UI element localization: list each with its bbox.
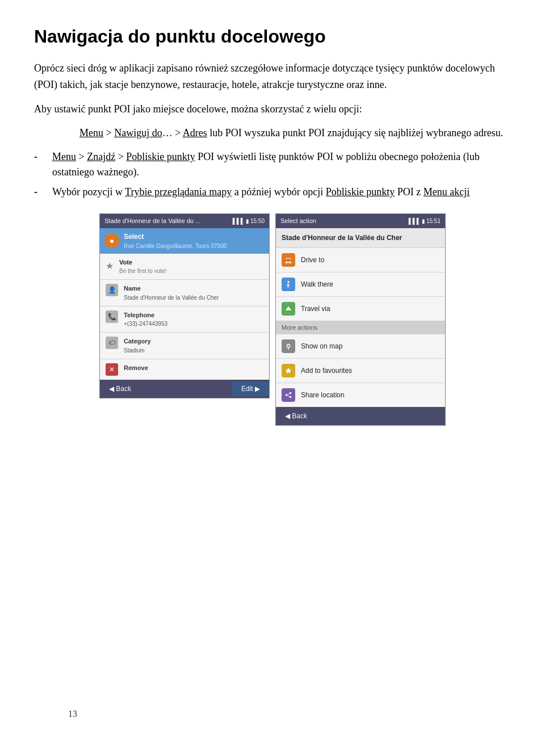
bullet-item-2: - Wybór pozycji w Trybie przeglądania ma… <box>34 184 511 200</box>
svg-point-6 <box>290 392 292 394</box>
page-title: Nawigacja do punktu docelowego <box>34 23 511 50</box>
battery-icon-r: ▮ <box>422 217 425 225</box>
menu-link: Menu <box>79 127 103 138</box>
bullet-text-2: Wybór pozycji w Trybie przeglądania mapy… <box>52 184 469 200</box>
left-phone-title: Stade d'Honneur de la Vallée du ... <box>104 216 233 226</box>
indent-block: Menu > Nawiguj do… > Adres lub POI wyszu… <box>79 125 511 141</box>
add-to-favourites-row[interactable]: Add to favourites <box>276 359 445 383</box>
share-location-label: Share location <box>301 390 345 400</box>
svg-line-10 <box>287 396 290 397</box>
person-icon: 👤 <box>106 284 118 296</box>
left-phone-header: Stade d'Honneur de la Vallée du ... ▌▌▌ … <box>100 214 269 228</box>
right-phone-header: Select action ▌▌▌ ▮ 15:51 <box>276 214 445 228</box>
vote-label: Vote <box>119 258 166 267</box>
svg-point-8 <box>290 396 292 398</box>
venue-title-row: Stade d'Honneur de la Vallée du Cher <box>276 228 445 248</box>
poi-remove-row[interactable]: ✕ Remove <box>100 359 269 380</box>
poi-remove-content: Remove <box>124 363 148 373</box>
svg-point-7 <box>286 394 288 396</box>
vote-value: Be the first to vote! <box>119 267 166 275</box>
back-button-left[interactable]: ◀ Back <box>100 381 140 396</box>
edit-button[interactable]: Edit ▶ <box>232 381 269 396</box>
share-icon <box>282 388 295 402</box>
right-phone-screen: Select action ▌▌▌ ▮ 15:51 Stade d'Honneu… <box>275 213 446 426</box>
right-phone-status: ▌▌▌ ▮ 15:51 <box>409 217 441 225</box>
indent-text: Menu > Nawiguj do… > Adres lub POI wyszu… <box>79 125 511 141</box>
walk-there-row[interactable]: Walk there <box>276 272 445 297</box>
poi-selected-row: ● Select Rue Camille Danguilliaume, Tour… <box>100 228 269 254</box>
poi-selected-text: Select Rue Camille Danguilliaume, Tours … <box>124 232 227 250</box>
favourites-icon <box>282 364 295 377</box>
paragraph1: Aby ustawić punkt POI jako miejsce docel… <box>34 101 511 117</box>
right-phone-title: Select action <box>280 216 409 226</box>
walk-there-label: Walk there <box>301 279 333 289</box>
vote-text: Vote Be the first to vote! <box>119 258 166 276</box>
left-phone-screen: Stade d'Honneur de la Vallée du ... ▌▌▌ … <box>99 213 270 398</box>
svg-point-0 <box>286 262 288 263</box>
phone-value: +(33)-247443953 <box>124 320 167 328</box>
svg-point-2 <box>287 281 290 283</box>
share-location-row[interactable]: Share location <box>276 383 445 407</box>
bullet-list: - Menu > Znajdź > Pobliskie punkty POI w… <box>34 149 511 200</box>
bullet-item-1: - Menu > Znajdź > Pobliskie punkty POI w… <box>34 149 511 180</box>
poi-name-content: Name Stade d'Honneur de la Vallée du Che… <box>124 284 219 302</box>
page-number: 13 <box>68 707 77 721</box>
nawiguj-link: Nawiguj do <box>114 127 162 138</box>
add-favourites-label: Add to favourites <box>301 366 352 376</box>
svg-point-1 <box>290 262 291 263</box>
poi-vote-row: ★ Vote Be the first to vote! <box>100 254 269 280</box>
poi-name-row: 👤 Name Stade d'Honneur de la Vallée du C… <box>100 280 269 306</box>
bullet-text-1: Menu > Znajdź > Pobliskie punkty POI wyś… <box>52 149 511 180</box>
intro-paragraph: Oprócz sieci dróg w aplikacji zapisano r… <box>34 60 511 93</box>
show-on-map-label: Show on map <box>301 341 342 351</box>
map-icon <box>282 339 295 353</box>
poi-category-content: Category Stadium <box>124 337 151 355</box>
travel-via-row[interactable]: Travel via <box>276 297 445 321</box>
walk-icon <box>282 278 295 291</box>
category-value: Stadium <box>124 346 151 355</box>
venue-title: Stade d'Honneur de la Vallée du Cher <box>282 234 402 242</box>
poi-selected-title: Select <box>124 232 227 242</box>
svg-marker-5 <box>286 368 292 374</box>
phone-icon: 📞 <box>106 310 118 323</box>
back-button-right[interactable]: ◀ Back <box>276 409 316 423</box>
drive-to-label: Drive to <box>301 255 324 265</box>
adres-link: Adres <box>183 127 207 138</box>
right-phone-footer: ◀ Back <box>276 407 445 425</box>
poi-phone-row: 📞 Telephone +(33)-247443953 <box>100 306 269 333</box>
poi-selected-subtitle: Rue Camille Danguilliaume, Tours 37000 <box>124 242 227 250</box>
poi-category-row: 🏷 Category Stadium <box>100 333 269 359</box>
poi-phone-content: Telephone +(33)-247443953 <box>124 310 167 329</box>
drive-to-row[interactable]: Drive to <box>276 248 445 272</box>
left-phone-status: ▌▌▌ ▮ 15:50 <box>233 217 265 225</box>
drive-icon <box>282 253 295 267</box>
svg-point-3 <box>287 345 290 347</box>
bullet-marker-1: - <box>34 149 44 165</box>
show-on-map-row[interactable]: Show on map <box>276 334 445 359</box>
right-phone-body: Stade d'Honneur de la Vallée du Cher Dri… <box>276 228 445 408</box>
bullet-marker-2: - <box>34 184 44 200</box>
travel-via-label: Travel via <box>301 304 330 314</box>
signal-icon: ▌▌▌ <box>233 217 245 225</box>
left-phone-footer: ◀ Back Edit ▶ <box>100 380 269 398</box>
poi-selected-icon: ● <box>104 233 119 248</box>
svg-line-9 <box>287 394 290 395</box>
name-value: Stade d'Honneur de la Vallée du Cher <box>124 293 219 302</box>
more-actions-label: More actions <box>276 321 445 335</box>
vote-star-icon: ★ <box>106 259 114 273</box>
time-display-r: 15:51 <box>426 217 441 225</box>
action-rows-more: Show on map Add to favourites Share loca… <box>276 334 445 407</box>
action-rows-primary: Drive to Walk there Travel via <box>276 248 445 321</box>
name-label: Name <box>124 284 219 293</box>
remove-icon: ✕ <box>106 363 118 376</box>
travel-icon <box>282 302 295 316</box>
signal-icon-r: ▌▌▌ <box>409 217 421 225</box>
page-content: Nawigacja do punktu docelowego Oprócz si… <box>34 23 511 738</box>
remove-label: Remove <box>124 363 148 373</box>
battery-icon: ▮ <box>246 217 249 225</box>
category-icon: 🏷 <box>106 337 118 349</box>
screenshots-row: Stade d'Honneur de la Vallée du ... ▌▌▌ … <box>34 213 511 426</box>
left-phone-body: ● Select Rue Camille Danguilliaume, Tour… <box>100 228 269 380</box>
category-label: Category <box>124 337 151 346</box>
time-display: 15:50 <box>250 217 265 225</box>
